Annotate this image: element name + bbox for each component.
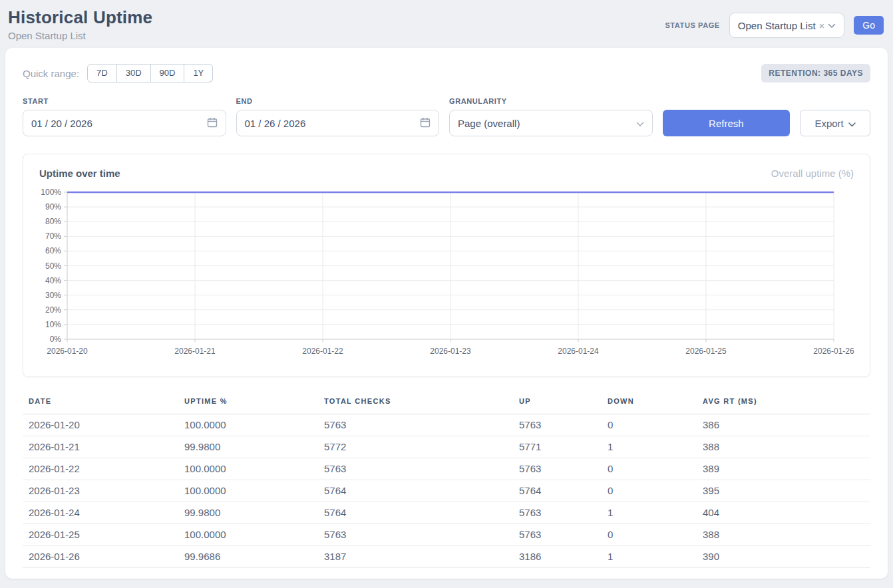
table-row: 2026-01-25100.0000576357630388 <box>23 524 870 546</box>
chart-title: Uptime over time <box>39 168 120 179</box>
status-page-value: Open Startup List <box>738 20 816 31</box>
table-cell: 2026-01-20 <box>23 414 184 436</box>
svg-text:60%: 60% <box>45 246 61 255</box>
clear-icon[interactable]: × <box>819 21 825 31</box>
table-cell: 99.9800 <box>184 502 324 524</box>
granularity-value: Page (overall) <box>458 118 520 129</box>
table-cell: 390 <box>703 546 870 568</box>
table-cell: 0 <box>608 414 703 436</box>
table-cell: 5771 <box>519 436 608 458</box>
quick-range-7d-button[interactable]: 7D <box>87 64 117 82</box>
table-cell: 2026-01-25 <box>23 524 184 546</box>
table-cell: 99.9800 <box>184 436 324 458</box>
column-header: DOWN <box>608 394 703 414</box>
svg-text:2026-01-22: 2026-01-22 <box>302 347 343 356</box>
table-body: 2026-01-20100.00005763576303862026-01-21… <box>23 414 870 568</box>
table-cell: 2026-01-22 <box>23 458 184 480</box>
quick-range-1y-button[interactable]: 1Y <box>184 64 213 82</box>
table-cell: 99.9686 <box>184 546 324 568</box>
end-date-value: 01 / 26 / 2026 <box>245 118 306 129</box>
table-row: 2026-01-20100.0000576357630386 <box>23 414 870 436</box>
uptime-table: DATEUPTIME %TOTAL CHECKSUPDOWNAVG RT (MS… <box>23 394 870 568</box>
table-cell: 2026-01-24 <box>23 502 184 524</box>
export-label: Export <box>814 118 843 129</box>
refresh-button[interactable]: Refresh <box>663 110 791 136</box>
quick-range-30d-button[interactable]: 30D <box>117 64 151 82</box>
end-label: END <box>236 97 440 105</box>
column-header: DATE <box>23 394 184 414</box>
svg-text:100%: 100% <box>41 188 61 197</box>
chevron-down-icon <box>848 118 856 129</box>
svg-text:2026-01-20: 2026-01-20 <box>47 347 88 356</box>
table-cell: 395 <box>703 480 870 502</box>
granularity-field: GRANULARITY Page (overall) <box>449 97 653 136</box>
svg-text:50%: 50% <box>45 261 61 271</box>
table-cell: 386 <box>703 414 870 436</box>
svg-text:20%: 20% <box>45 305 61 315</box>
table-cell: 5763 <box>324 414 519 436</box>
table-cell: 1 <box>608 436 703 458</box>
granularity-select[interactable]: Page (overall) <box>449 110 653 136</box>
table-cell: 5763 <box>519 502 608 524</box>
table-cell: 3187 <box>324 546 519 568</box>
calendar-icon[interactable] <box>207 117 218 130</box>
table-row: 2026-01-2499.9800576457631404 <box>23 502 870 524</box>
table-cell: 5763 <box>519 524 608 546</box>
table-cell: 5764 <box>324 480 519 502</box>
end-date-input[interactable]: 01 / 26 / 2026 <box>236 110 440 136</box>
table-cell: 2026-01-23 <box>23 480 184 502</box>
fields-row: START 01 / 20 / 2026 END 01 / 26 / 2026 … <box>23 97 870 136</box>
svg-text:10%: 10% <box>45 320 61 329</box>
chart-legend: Overall uptime (%) <box>771 168 854 179</box>
svg-text:2026-01-23: 2026-01-23 <box>430 347 471 356</box>
table-cell: 389 <box>703 458 870 480</box>
table-cell: 5763 <box>324 458 519 480</box>
column-header: UP <box>519 394 608 414</box>
start-label: START <box>23 97 226 105</box>
table-cell: 2026-01-26 <box>23 546 184 568</box>
svg-text:0%: 0% <box>50 335 62 344</box>
chart-header: Uptime over time Overall uptime (%) <box>39 168 854 179</box>
quick-range-90d-button[interactable]: 90D <box>151 64 185 82</box>
table-cell: 100.0000 <box>184 458 324 480</box>
chevron-down-icon <box>636 118 644 129</box>
go-button[interactable]: Go <box>854 16 884 35</box>
start-date-value: 01 / 20 / 2026 <box>31 118 92 129</box>
table-cell: 2026-01-21 <box>23 436 184 458</box>
table-cell: 388 <box>703 436 870 458</box>
table-row: 2026-01-22100.0000576357630389 <box>23 458 870 480</box>
table-cell: 5764 <box>519 480 608 502</box>
table-cell: 100.0000 <box>184 480 324 502</box>
svg-text:2026-01-21: 2026-01-21 <box>174 347 216 356</box>
status-page-select[interactable]: Open Startup List × <box>729 13 845 38</box>
chart-card: Uptime over time Overall uptime (%) 0%10… <box>23 154 870 377</box>
status-page-label: STATUS PAGE <box>665 21 719 29</box>
svg-text:40%: 40% <box>45 276 61 285</box>
table-row: 2026-01-23100.0000576457640395 <box>23 480 870 502</box>
svg-text:80%: 80% <box>45 217 61 226</box>
table-cell: 100.0000 <box>184 524 324 546</box>
end-field: END 01 / 26 / 2026 <box>236 97 440 136</box>
svg-text:2026-01-25: 2026-01-25 <box>685 347 727 356</box>
table-head-row: DATEUPTIME %TOTAL CHECKSUPDOWNAVG RT (MS… <box>23 394 870 414</box>
quick-range-group: 7D 30D 90D 1Y <box>87 64 213 82</box>
retention-badge: RETENTION: 365 DAYS <box>761 64 870 82</box>
export-button[interactable]: Export <box>800 110 870 136</box>
table-cell: 1 <box>608 502 703 524</box>
column-header: TOTAL CHECKS <box>324 394 519 414</box>
table-cell: 5763 <box>519 414 608 436</box>
start-field: START 01 / 20 / 2026 <box>23 97 226 136</box>
table-cell: 0 <box>608 480 703 502</box>
table-row: 2026-01-2699.9686318731861390 <box>23 546 870 568</box>
table-cell: 0 <box>608 524 703 546</box>
start-date-input[interactable]: 01 / 20 / 2026 <box>23 110 226 136</box>
column-header: AVG RT (MS) <box>703 394 870 414</box>
quick-range-label: Quick range: <box>23 68 79 79</box>
calendar-icon[interactable] <box>420 117 431 130</box>
title-block: Historical Uptime Open Startup List <box>8 7 152 41</box>
table-cell: 5764 <box>324 502 519 524</box>
table-cell: 1 <box>608 546 703 568</box>
svg-text:2026-01-24: 2026-01-24 <box>558 347 599 356</box>
table-cell: 100.0000 <box>184 414 324 436</box>
page-subtitle: Open Startup List <box>8 30 152 41</box>
